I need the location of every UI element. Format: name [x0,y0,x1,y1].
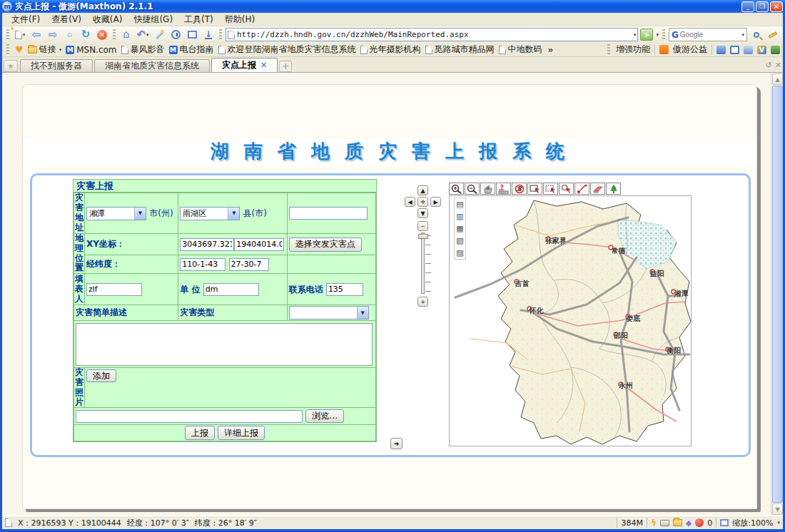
expand-panel-button[interactable]: ➜ [390,438,402,449]
scroll-down-icon[interactable]: ▼ [772,503,783,515]
photo-file-input[interactable] [76,410,303,423]
eraser-tool[interactable] [590,183,605,195]
layer-icon[interactable]: ▤ [455,200,465,209]
user-icon[interactable] [716,46,726,54]
description-textarea[interactable] [76,323,373,366]
x-coordinate-input[interactable] [180,238,234,251]
bookmark-msn[interactable]: M MSN.com [66,45,116,55]
city-select[interactable]: 湘潭 ▼ [86,207,146,220]
search-dropdown-icon[interactable]: ▾ [741,32,744,38]
favorites-heart-icon[interactable]: ♥ [15,44,24,55]
forward-button[interactable]: ⇨ [46,28,60,42]
gear-icon[interactable] [771,46,780,54]
tab-disaster-report[interactable]: 灾点上报 ✕ [211,58,278,72]
pan-down-button[interactable]: ▼ [417,208,428,218]
restore-button[interactable]: ❐ [756,1,769,12]
browse-button[interactable]: 浏览… [305,409,344,423]
bookmarks-overflow-chevron[interactable]: » [548,45,554,55]
pan-right-button[interactable]: ▶ [430,197,441,207]
vertical-scrollbar[interactable]: ▲ ▼ [771,73,783,516]
stop-button[interactable]: ✕ [95,28,109,42]
documents-icon[interactable] [744,46,753,54]
frames-button[interactable] [185,28,199,42]
search-input[interactable] [680,31,740,39]
resize-window-icon[interactable] [720,519,729,526]
bookmark-item[interactable]: M 电台指南 [169,44,214,56]
bookmark-item[interactable]: 暴风影音 [121,44,165,56]
folder-icon[interactable] [673,519,682,526]
filter-button[interactable] [152,28,166,42]
scrollbar-thumb[interactable] [772,86,783,503]
unit-input[interactable] [203,283,259,296]
zoom-out-slider-button[interactable]: − [417,221,428,231]
notes-icon[interactable]: ◆ [686,518,692,528]
pan-tool[interactable] [480,183,495,195]
popup-blocker-icon[interactable] [695,518,704,527]
measure-tool[interactable]: ? [496,183,511,195]
go-button[interactable]: ➤ [640,29,653,41]
disaster-type-select[interactable]: ▼ [289,306,369,319]
tab-list-close-icon[interactable]: ✕ [775,61,781,70]
zoom-in-slider-button[interactable]: + [417,297,428,307]
pan-left-button[interactable]: ◀ [405,197,415,207]
refresh-button[interactable]: ↻ [78,28,93,42]
bookmark-folder-links[interactable]: 链接▾ [28,44,62,56]
menu-groups[interactable]: 快捷组(G) [128,13,178,26]
full-extent-tool[interactable] [606,183,621,195]
url-input[interactable] [237,30,631,39]
y-coordinate-input[interactable] [234,238,284,251]
menu-favorites[interactable]: 收藏(A) [88,13,128,26]
bookmark-item[interactable]: 中地数码 [499,44,542,56]
zoom-level[interactable]: 缩放:100% [732,518,773,528]
layer-icon[interactable]: ▥ [455,212,465,221]
detailed-report-button[interactable]: 详细上报 [218,426,265,440]
zoom-out-tool[interactable] [465,183,480,195]
pan-center-button[interactable]: ✛ [417,197,428,207]
highlight-button[interactable] [766,28,780,42]
pick-disaster-point-button[interactable]: 选择突发灾害点 [289,237,362,252]
lightning-icon[interactable]: ϟ [651,518,657,528]
search-button[interactable] [749,28,764,42]
new-tab-plus-button[interactable]: + [279,61,292,72]
history-button[interactable] [168,28,183,42]
select-box-tool[interactable] [543,183,558,195]
back-button[interactable]: ⇦ [29,28,44,42]
scroll-up-icon[interactable]: ▲ [772,73,783,85]
phone-input[interactable] [326,283,363,296]
undo-closed-tab-icon[interactable]: ↺ [766,61,772,70]
reporter-name-input[interactable] [86,283,142,296]
menu-file[interactable]: 文件(F) [6,13,45,26]
submit-report-button[interactable]: 上报 [185,426,215,440]
zoom-in-tool[interactable] [449,183,464,195]
history-dropdown-button[interactable]: ⊙ [62,28,76,42]
tab-hunan-info-system[interactable]: 湖南省地质灾害信息系统 [94,59,210,72]
zoom-box-tool[interactable] [527,183,542,195]
undo-button[interactable]: ↶▾ [136,28,150,42]
zoom-dropdown-icon[interactable]: ▾ [777,520,780,526]
county-select[interactable]: 雨湖区 ▼ [180,207,240,220]
pan-up-button[interactable]: ▲ [417,185,428,195]
address-detail-input[interactable] [289,207,368,220]
home-button[interactable]: ⌂ [119,28,133,42]
add-photo-button[interactable]: 添加 [86,369,116,382]
charity-link[interactable]: 傲游公益 [673,44,707,56]
layer-icon[interactable]: ▦ [455,224,465,233]
zoom-slider-track[interactable] [421,232,425,294]
address-dropdown-icon[interactable]: ▾ [634,32,637,38]
window-icon[interactable] [730,46,739,54]
layer-icon[interactable]: ▧ [455,236,465,245]
tab-server-not-found[interactable]: 找不到服务器 [20,59,93,72]
bookmark-item[interactable]: 光年摄影机构 [360,44,421,56]
favorites-star-icon[interactable]: ★ [4,60,18,72]
layer-icon[interactable]: ▨ [455,248,465,257]
select-circle-tool[interactable] [559,183,574,195]
close-button[interactable]: ✕ [770,1,783,12]
v-icon[interactable]: V [757,46,766,54]
download-button[interactable]: ↓ [201,28,216,42]
latitude-input[interactable] [229,258,269,271]
minimize-button[interactable]: _ [741,1,754,12]
close-tab-icon[interactable]: ✕ [260,61,267,70]
menu-help[interactable]: 帮助(H) [220,13,260,26]
printer-icon[interactable] [660,520,669,526]
map-canvas[interactable]: ▤ ▥ ▦ ▧ ▨ [449,195,692,446]
